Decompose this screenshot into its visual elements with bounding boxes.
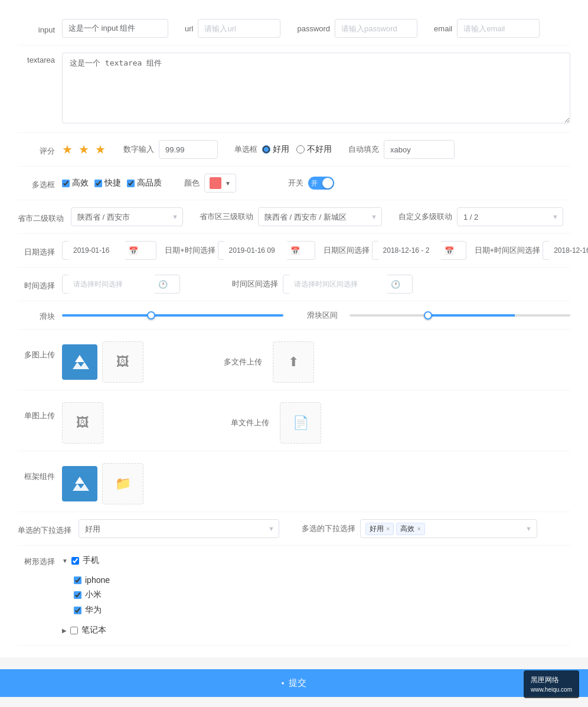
- tree-checkbox-iphone[interactable]: [74, 576, 81, 584]
- city-select-wrap: 陕西省 / 西安市 / 新城区 ▼: [258, 207, 382, 226]
- file-upload-icon: ⬆: [288, 354, 299, 370]
- frame-label: 框架组件: [18, 458, 62, 482]
- time-input[interactable]: [67, 275, 156, 294]
- checkbox-label: 多选框: [18, 177, 62, 190]
- radio-group: 好用 不好用: [262, 144, 332, 155]
- url-field[interactable]: [198, 19, 280, 38]
- single-image-label: 单图上传: [18, 398, 62, 421]
- input-field[interactable]: [62, 19, 168, 38]
- tree-item-laptop: ▶ 笔记本: [62, 623, 106, 638]
- tree-checkbox-huawei[interactable]: [74, 607, 81, 614]
- datetimerange-input[interactable]: [548, 241, 588, 260]
- daterange-input[interactable]: [377, 241, 442, 260]
- tree-label-xiaomi: 小米: [85, 589, 102, 600]
- textarea-field[interactable]: 这是一个 textarea 组件: [62, 53, 570, 123]
- tree-item-iphone: iphone: [74, 573, 110, 587]
- single-file-icon: 📄: [293, 415, 309, 431]
- tree-item-xiaomi: 小米: [74, 587, 110, 602]
- timerange-label: 时间区间选择: [232, 279, 278, 289]
- multi-select[interactable]: 好用 × 高效 × ▼: [360, 519, 537, 538]
- submit-text: ▪ 提交: [282, 677, 307, 689]
- tag-efficient: 高效 ×: [396, 523, 424, 535]
- date-picker[interactable]: 📅: [62, 241, 156, 260]
- city-label: 省市区三级联动: [200, 211, 253, 222]
- number-field[interactable]: [159, 140, 218, 159]
- tree-item-phone: ▼ 手机: [62, 553, 99, 568]
- multi-select-arrow-icon: ▼: [525, 525, 532, 532]
- slider-input[interactable]: [62, 314, 283, 317]
- single-select[interactable]: 好用: [79, 519, 279, 538]
- single-image-upload[interactable]: 🖼: [62, 402, 103, 444]
- slider-range-label: 滑块区间: [307, 310, 338, 321]
- datetime-picker[interactable]: 📅: [218, 241, 315, 260]
- tree-expand-phone[interactable]: ▼: [62, 558, 68, 564]
- toggle-switch[interactable]: 开: [308, 177, 334, 190]
- frame-folder-button[interactable]: 📁: [102, 463, 143, 504]
- color-picker[interactable]: ▼: [204, 174, 236, 193]
- timerange-clock-icon: 🕐: [391, 280, 400, 289]
- submit-label: 提交: [289, 677, 306, 689]
- email-field[interactable]: [457, 19, 540, 38]
- single-select-label: 单选的下拉选择: [18, 522, 79, 536]
- custom-cascade-select[interactable]: 1 / 2: [457, 207, 563, 226]
- datetimerange-picker[interactable]: 📅: [543, 241, 588, 260]
- date-input[interactable]: [67, 241, 126, 260]
- slider-label: 滑块: [18, 308, 62, 322]
- color-label: 颜色: [184, 178, 200, 188]
- radio-option-2[interactable]: 不好用: [296, 144, 332, 155]
- submit-bar[interactable]: ▪ 提交: [0, 669, 588, 697]
- toggle-on-text: 开: [311, 179, 318, 188]
- daterange-label: 日期区间选择: [324, 245, 370, 256]
- add-file-button[interactable]: ⬆: [273, 341, 314, 383]
- tree-checkbox-phone[interactable]: [71, 557, 79, 565]
- single-file-upload[interactable]: 📄: [280, 402, 321, 444]
- custom-cascade-label: 自定义多级联动: [398, 211, 452, 222]
- time-clock-icon: 🕐: [158, 280, 168, 289]
- datetimerange-label: 日期+时间区间选择: [475, 245, 541, 256]
- custom-cascade-wrap: 1 / 2 ▼: [457, 207, 563, 226]
- multi-select-label: 多选的下拉选择: [302, 523, 355, 534]
- single-file-label: 单文件上传: [231, 418, 269, 428]
- textarea-label: textarea: [18, 53, 62, 64]
- province-select[interactable]: 陕西省 / 西安市: [71, 207, 183, 226]
- rating-label: 评分: [18, 143, 62, 157]
- slider-range-left[interactable]: [349, 314, 571, 317]
- timerange-picker[interactable]: 🕐: [283, 275, 413, 294]
- timerange-input[interactable]: [288, 275, 388, 294]
- star-2[interactable]: ★: [79, 142, 89, 157]
- city-select[interactable]: 陕西省 / 西安市 / 新城区: [258, 207, 382, 226]
- email-label: email: [434, 24, 452, 33]
- tree-label-phone: 手机: [83, 555, 99, 566]
- watermark: 黑匣网络 www.heiqu.com: [524, 670, 579, 697]
- add-image-button[interactable]: 🖼: [102, 341, 143, 383]
- province-select-wrap: 陕西省 / 西安市 ▼: [71, 207, 183, 226]
- star-1[interactable]: ★: [62, 142, 73, 157]
- datetime-input[interactable]: [223, 241, 288, 260]
- frame-image: [62, 466, 97, 501]
- checkbox-fast[interactable]: 快捷: [94, 178, 121, 188]
- radio-option-1[interactable]: 好用: [262, 144, 289, 155]
- tree-children-phone: iphone 小米 华为: [74, 573, 110, 618]
- submit-icon: ▪: [282, 679, 285, 688]
- password-field[interactable]: [335, 19, 417, 38]
- tree-expand-laptop[interactable]: ▶: [62, 627, 67, 634]
- tree-checkbox-laptop[interactable]: [70, 627, 78, 634]
- daterange-picker[interactable]: 📅: [372, 241, 466, 260]
- time-picker[interactable]: 🕐: [62, 275, 180, 294]
- tag-efficient-close[interactable]: ×: [417, 525, 420, 532]
- slider-range-wrap: [349, 314, 571, 317]
- daterange-calendar-icon: 📅: [445, 246, 454, 255]
- single-image-icon: 🖼: [76, 415, 89, 431]
- checkbox-efficient[interactable]: 高效: [62, 178, 89, 188]
- color-arrow-icon: ▼: [225, 180, 231, 187]
- checkbox-quality[interactable]: 高品质: [127, 178, 162, 188]
- tree-checkbox-xiaomi[interactable]: [74, 591, 81, 599]
- time-label: 时间选择: [18, 278, 62, 291]
- star-3[interactable]: ★: [95, 142, 106, 157]
- toggle-label: 开关: [288, 178, 303, 188]
- tree-label-iphone: iphone: [85, 575, 110, 585]
- tag-good-close[interactable]: ×: [386, 525, 390, 532]
- image-upload-icon: 🖼: [116, 354, 129, 370]
- datetime-calendar-icon: 📅: [290, 246, 300, 255]
- autocomplete-field[interactable]: [384, 140, 455, 159]
